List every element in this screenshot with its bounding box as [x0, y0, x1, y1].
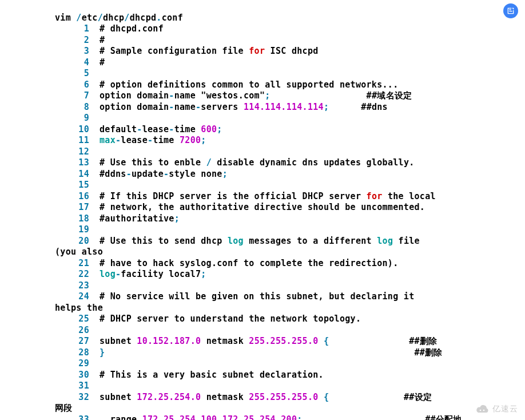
code-line: #: [100, 57, 105, 68]
line-number: 18: [55, 213, 89, 225]
code-line: option domain-name-servers 114.114.114.1…: [100, 102, 388, 112]
line-number: 12: [55, 146, 89, 158]
code-line: #: [100, 35, 105, 45]
line-number: 4: [55, 57, 89, 69]
code-line: subnet 10.152.187.0 netmask 255.255.255.…: [100, 336, 438, 346]
code-line: option domain-name "westos.com"; ##域名设定: [100, 90, 412, 101]
line-number: 9: [55, 113, 89, 124]
line-number: 20: [55, 236, 89, 247]
code-line: # DHCP server to understand the network …: [100, 314, 361, 324]
code-line-wrap: 网段: [55, 403, 73, 413]
watermark: 亿速云: [475, 404, 518, 414]
code-line: # This is a very basic subnet declaratio…: [100, 370, 324, 380]
line-number: 8: [55, 102, 89, 113]
line-number: 26: [55, 325, 89, 336]
code-line: } ##删除: [100, 347, 443, 358]
line-number: 19: [55, 224, 89, 236]
code-line-wrap: (you also: [55, 247, 103, 257]
line-number: 16: [55, 191, 89, 203]
line-number: 32: [55, 392, 89, 403]
line-number: 25: [55, 314, 89, 325]
code-line-wrap: helps the: [55, 303, 103, 313]
code-line: # Use this to enble / disable dynamic dn…: [100, 157, 415, 168]
assistant-badge-icon[interactable]: [503, 3, 518, 18]
line-number: 24: [55, 291, 89, 303]
svg-point-1: [483, 410, 485, 411]
code-line: #ddns-update-style none;: [100, 169, 228, 179]
code-line: # If this DHCP server is the official DH…: [100, 191, 436, 201]
code-line: default-lease-time 600;: [100, 124, 222, 134]
code-line: # Use this to send dhcp log messages to …: [100, 236, 425, 246]
code-line: # Sample configuration file for ISC dhcp…: [100, 46, 319, 56]
code-line: # network, the authoritative directive s…: [100, 202, 425, 212]
code-line: subnet 172.25.254.0 netmask 255.255.255.…: [100, 392, 432, 402]
line-number: 6: [55, 80, 89, 91]
cloud-icon: [475, 404, 490, 414]
line-number: 29: [55, 358, 89, 370]
line-number: 21: [55, 258, 89, 270]
line-number: 22: [55, 269, 89, 280]
code-line: log-facility local7;: [100, 269, 206, 279]
line-number: 33: [55, 414, 89, 421]
line-number: 13: [55, 157, 89, 169]
line-number: 11: [55, 135, 89, 146]
code-line: # No service will be given on this subne…: [100, 291, 420, 302]
line-number: 7: [55, 90, 89, 102]
line-number: 31: [55, 381, 89, 392]
watermark-text: 亿速云: [492, 404, 518, 414]
code-line: # have to hack syslog.conf to complete t…: [100, 258, 399, 268]
code-line: #authoritative;: [100, 213, 180, 224]
vim-command: vim /etc/dhcp/dhcpd.conf: [55, 13, 183, 23]
code-line: range 172.25.254.100 172.25.254.200; ##分…: [100, 414, 462, 421]
line-number: 14: [55, 169, 89, 180]
code-line: # option definitions common to all suppo…: [100, 80, 399, 90]
line-number: 23: [55, 280, 89, 292]
line-number: 17: [55, 202, 89, 213]
line-number: 27: [55, 336, 89, 347]
code-line: # dhcpd.conf: [100, 23, 164, 34]
line-number: 30: [55, 370, 89, 381]
line-number: 2: [55, 35, 89, 46]
line-number: 15: [55, 180, 89, 191]
code-block: vim /etc/dhcp/dhcpd.conf 1# dhcpd.conf 2…: [0, 0, 525, 420]
svg-point-0: [480, 410, 482, 411]
code-line: max-lease-time 7200;: [100, 135, 206, 145]
line-number: 3: [55, 46, 89, 57]
line-number: 10: [55, 124, 89, 136]
line-number: 28: [55, 347, 89, 359]
line-number: 5: [55, 68, 89, 80]
line-number: 1: [55, 23, 89, 35]
